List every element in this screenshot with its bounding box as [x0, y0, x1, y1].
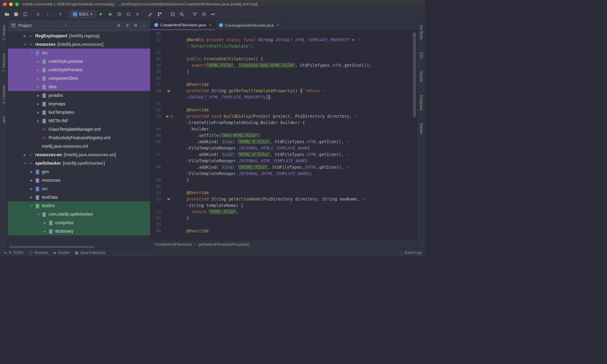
tool-database[interactable]: Database [419, 93, 423, 112]
close-icon[interactable]: × [277, 23, 279, 28]
project-structure-icon[interactable] [156, 10, 164, 18]
tree-row[interactable]: </>ClassTemplateManager.xml [8, 125, 150, 133]
forward-icon[interactable] [43, 10, 51, 18]
tree-row[interactable]: ▶▇liveTemplates [8, 108, 150, 116]
tree-arrow-icon[interactable]: ▶ [37, 119, 41, 123]
tree-arrow-icon[interactable]: ▶ [30, 196, 35, 199]
editor-tab[interactable]: CCoverageSuitesBundle.java× [215, 20, 283, 30]
hide-icon[interactable]: — [141, 22, 147, 29]
tree-row[interactable]: ▶▇codeStyle.preview [8, 57, 150, 66]
maximize-window-button[interactable] [15, 2, 19, 6]
collapse-icon[interactable]: ⇵ [124, 22, 130, 29]
tab-label: CreateHtmlFileAction.java [160, 23, 206, 27]
tree-row[interactable]: ▼▇com.intellij.spellchecker [8, 210, 150, 218]
tree-arrow-icon[interactable]: ▶ [30, 187, 35, 190]
tree-arrow-icon[interactable]: ▶ [37, 111, 41, 114]
tree-arrow-icon[interactable]: ▶ [37, 77, 41, 80]
event-log[interactable]: ◌Event Log [400, 251, 421, 255]
avd-icon[interactable] [169, 10, 177, 18]
search-icon[interactable] [178, 10, 186, 18]
tool-project[interactable]: 1: Project [2, 23, 6, 42]
editor[interactable]: 3031323334353637384142434445464748495051… [151, 30, 417, 240]
tree-row[interactable]: ▼▭resources[intellij.java.resources] [8, 40, 150, 49]
tree-row[interactable]: ▼▇src [8, 49, 150, 57]
tree-row[interactable]: ▶▭resources-en[intellij.java.resources.e… [8, 150, 150, 159]
tool-maven[interactable]: Maven [419, 121, 423, 136]
debug-icon[interactable] [106, 10, 114, 18]
profile-icon[interactable] [124, 10, 132, 18]
tree-arrow-icon[interactable]: ▼ [24, 162, 28, 165]
close-window-button[interactable] [3, 2, 7, 6]
tree-arrow-icon[interactable]: ▶ [37, 94, 41, 97]
tree-arrow-icon[interactable]: ▶ [24, 34, 28, 38]
tool-structure[interactable]: 7: Structure [2, 51, 6, 74]
tool-npm[interactable]: npm [2, 114, 6, 125]
java-ee-tool[interactable]: ▦Java Enterprise [75, 251, 105, 255]
settings-icon[interactable] [147, 10, 154, 18]
tree-row[interactable]: </>ProductivityFeaturesRegistry.xml [8, 133, 150, 142]
tree-row[interactable]: ▶▇dictionary [8, 227, 150, 235]
tree-row[interactable]: ▶▇testData [8, 193, 150, 201]
locate-icon[interactable]: ⊕ [116, 22, 122, 29]
tree-row[interactable]: ▼▇testSrc [8, 201, 150, 210]
terminal-tool[interactable]: ▢Terminal [29, 251, 48, 255]
tree-row[interactable]: ▶▇src [8, 184, 150, 193]
breadcrumb-item[interactable]: CreateHtmlFileAction [155, 242, 192, 247]
tree-arrow-icon[interactable]: ▼ [30, 204, 35, 207]
tree-row[interactable]: ▶▇javadoc [8, 91, 150, 99]
run-icon[interactable] [97, 10, 105, 18]
tool-cdi[interactable]: CDI [419, 50, 423, 60]
tree-row[interactable]: ▼▭spellchecker[intellij.spellchecker] [8, 159, 150, 167]
tree-horizontal-scrollbar[interactable] [8, 245, 150, 248]
tree-row[interactable]: ▶▇resources [8, 176, 150, 184]
commit-icon[interactable] [209, 10, 217, 18]
tree-arrow-icon[interactable]: ▶ [37, 68, 41, 72]
tree-row[interactable]: ▶▇keymaps [8, 99, 150, 108]
svg-point-1 [109, 13, 111, 15]
tree-arrow-icon[interactable]: ▼ [24, 43, 28, 46]
tree-row[interactable]: ▶▇idea [8, 83, 150, 91]
chevron-down-icon[interactable]: ▼ [64, 24, 67, 27]
save-icon[interactable] [12, 10, 20, 18]
project-tree[interactable]: ▶▭RegExpSupport[intellij.regexp]▼▭resour… [8, 31, 150, 245]
tool-favorites[interactable]: 2: Favorites [2, 83, 6, 106]
tree-arrow-icon[interactable]: ▶ [24, 153, 28, 157]
todo-tool[interactable]: ≔6: TODO [4, 251, 24, 255]
tree-arrow-icon[interactable]: ▶ [30, 179, 35, 182]
build-icon[interactable] [56, 10, 64, 18]
gear-icon[interactable]: ⚙ [133, 22, 139, 29]
tree-arrow-icon[interactable]: ▶ [44, 221, 48, 224]
tree-arrow-icon[interactable]: ▶ [37, 85, 41, 89]
tree-arrow-icon[interactable]: ▶ [44, 230, 48, 233]
stop-icon[interactable] [134, 10, 141, 18]
open-icon[interactable] [3, 10, 11, 18]
code-content[interactable]: @NonNls private static final String DEFA… [175, 30, 417, 240]
tree-arrow-icon[interactable]: ▼ [37, 213, 41, 216]
tree-arrow-icon[interactable]: ▼ [30, 51, 35, 55]
editor-scrollbar[interactable] [413, 32, 416, 239]
vcs-icon[interactable] [191, 10, 199, 18]
update-icon[interactable] [200, 10, 208, 18]
back-icon[interactable] [34, 10, 42, 18]
editor-tab[interactable]: CCreateHtmlFileAction.java× [151, 20, 215, 30]
tree-row[interactable]: ▶▇META-INF [8, 116, 150, 125]
coverage-icon[interactable] [115, 10, 123, 18]
tree-row[interactable]: ▶▇componentSets [8, 74, 150, 83]
tree-row[interactable]: ▶▇codeStylePreview [8, 66, 150, 74]
tree-row[interactable]: ▶▇compress [8, 218, 150, 227]
tree-arrow-icon[interactable]: ▶ [37, 102, 41, 106]
tree-arrow-icon[interactable]: ▶ [37, 60, 41, 63]
tool-ant[interactable]: Ant Build [419, 23, 423, 41]
tool-gradle[interactable]: Gradle [419, 69, 423, 84]
tree-arrow-icon[interactable]: ▶ [30, 170, 35, 174]
tree-row[interactable]: ▶▭RegExpSupport[intellij.regexp] [8, 32, 150, 40]
minimize-window-button[interactable] [9, 2, 13, 6]
tree-label: resources [35, 42, 56, 47]
run-configuration-selector[interactable]: IDEA ▼ [70, 10, 96, 18]
tree-row[interactable]: ▫intellij.java.resources.iml [8, 142, 150, 150]
sync-icon[interactable] [21, 10, 29, 18]
docker-tool[interactable]: ◈Docker [53, 251, 70, 255]
tree-row[interactable]: ▶▇gen [8, 167, 150, 176]
breadcrumb-item[interactable]: getDefaultTemplateProperty() [198, 242, 250, 247]
close-icon[interactable]: × [209, 22, 211, 27]
